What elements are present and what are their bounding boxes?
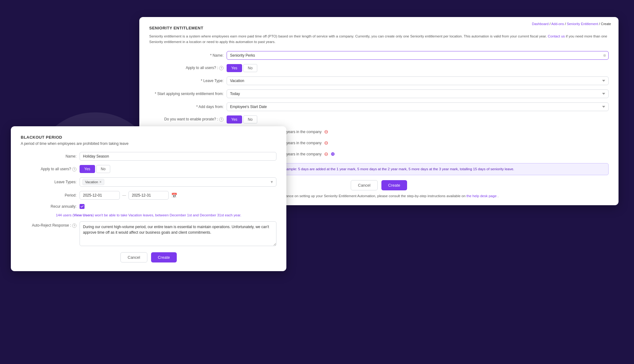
bp-apply-all-no-btn[interactable]: No: [96, 165, 110, 173]
leave-type-row: * Leave Type: Vacation Sick PTO: [149, 76, 609, 85]
blackout-create-btn[interactable]: Create: [151, 252, 177, 262]
add-days-select[interactable]: Employee's Start Date Hire Date: [227, 102, 609, 111]
apply-all-yes-btn[interactable]: Yes: [227, 64, 242, 72]
prorate-toggle: Yes No: [227, 115, 257, 124]
seniority-description: Seniority entitlement is a system where …: [149, 33, 609, 45]
bp-auto-reject-textarea[interactable]: During our current high-volume period, o…: [80, 221, 276, 246]
seniority-title: SENIORITY ENTITLEMENT: [149, 26, 609, 30]
seniority-create-btn[interactable]: Create: [381, 180, 407, 190]
bp-recur-label: Recur annually:: [21, 204, 76, 209]
bp-name-row: Name:: [21, 152, 276, 161]
rule-2-years-text: years in the company: [286, 141, 322, 145]
vacation-tag-remove[interactable]: ×: [99, 180, 102, 184]
bp-apply-all-help-icon[interactable]: ?: [72, 167, 76, 171]
name-label: * Name:: [149, 53, 224, 58]
leave-type-select-wrapper: Vacation Sick PTO: [227, 76, 609, 85]
name-row: * Name: ⊗: [149, 51, 609, 60]
bp-date-to-input[interactable]: [128, 191, 169, 200]
bp-warning-text: 144 users (View Users) won't be able to …: [21, 213, 276, 217]
apply-all-row: Apply to all users? : ? Yes No: [149, 64, 609, 72]
add-days-row: * Add days from: Employee's Start Date H…: [149, 102, 609, 111]
leave-type-label: * Leave Type:: [149, 79, 224, 83]
bp-leave-types-input[interactable]: Vacation × ▼: [80, 177, 276, 187]
apply-all-no-btn[interactable]: No: [243, 64, 257, 72]
blackout-title: BLACKOUT PERIOD: [21, 135, 276, 140]
clear-icon[interactable]: ⊗: [603, 53, 606, 58]
help-desk-link[interactable]: the help desk page: [467, 194, 497, 198]
breadcrumb: Dashboard / Add-ons / Seniority Entitlem…: [532, 22, 611, 26]
view-users-link[interactable]: View Users: [74, 213, 93, 217]
bp-auto-reject-row: Auto-Reject Response : ? During our curr…: [21, 221, 276, 246]
bp-date-from-input[interactable]: [80, 191, 120, 200]
bp-apply-all-row: Apply to all users? ? Yes No: [21, 165, 276, 173]
rule-add-btn[interactable]: ⊕: [331, 152, 335, 157]
start-applying-select-wrapper: Today Fiscal Year Start: [227, 89, 609, 98]
leave-type-select[interactable]: Vacation Sick PTO: [227, 76, 609, 85]
bp-leave-types-label: Leave Types:: [21, 180, 76, 184]
apply-all-label: Apply to all users? : ?: [149, 66, 224, 70]
add-days-label: * Add days from:: [149, 105, 224, 109]
bp-date-range: — 📅: [80, 191, 276, 200]
bp-auto-reject-help-icon[interactable]: ?: [72, 223, 76, 228]
prorate-help-icon[interactable]: ?: [219, 117, 224, 122]
name-input-wrapper: ⊗: [227, 51, 609, 60]
vacation-tag: Vacation ×: [82, 179, 104, 185]
calendar-icon[interactable]: 📅: [171, 193, 177, 198]
bp-recur-checkbox[interactable]: [80, 204, 85, 209]
prorate-yes-btn[interactable]: Yes: [227, 115, 242, 124]
rule-1-remove-btn[interactable]: ⊖: [324, 129, 328, 134]
rule-3-years-text: years in the company: [286, 152, 322, 156]
bp-apply-all-yes-btn[interactable]: Yes: [80, 165, 95, 173]
bp-auto-reject-label: Auto-Reject Response : ?: [21, 221, 76, 228]
start-applying-label: * Start applying seniority entitlement f…: [149, 92, 224, 96]
start-applying-select[interactable]: Today Fiscal Year Start: [227, 89, 609, 98]
apply-all-help-icon[interactable]: ?: [219, 66, 224, 70]
prorate-no-btn[interactable]: No: [243, 115, 257, 124]
seniority-cancel-btn[interactable]: Cancel: [351, 180, 377, 190]
apply-all-toggle: Yes No: [227, 64, 257, 72]
bp-period-label: Period:: [21, 193, 76, 197]
breadcrumb-dashboard[interactable]: Dashboard: [532, 22, 549, 26]
bp-apply-all-label: Apply to all users? ?: [21, 167, 76, 171]
blackout-card: BLACKOUT PERIOD A period of time when em…: [11, 126, 286, 271]
leave-types-dropdown-icon[interactable]: ▼: [270, 180, 274, 184]
rule-1-years-text: years in the company: [286, 130, 322, 134]
start-applying-row: * Start applying seniority entitlement f…: [149, 89, 609, 98]
blackout-description: A period of time when employees are proh…: [21, 141, 276, 146]
prorate-row: Do you want to enable prorate? : ? Yes N…: [149, 115, 609, 124]
bp-leave-types-row: Leave Types: Vacation × ▼: [21, 177, 276, 187]
rule-3-remove-btn[interactable]: ⊖: [324, 152, 328, 157]
bp-period-row: Period: — 📅: [21, 191, 276, 200]
bp-name-input[interactable]: [80, 152, 276, 161]
date-separator: —: [122, 193, 126, 197]
breadcrumb-seniority[interactable]: Seniority Entitlement: [567, 22, 598, 26]
breadcrumb-addons[interactable]: Add-ons: [551, 22, 564, 26]
add-days-select-wrapper: Employee's Start Date Hire Date: [227, 102, 609, 111]
name-input[interactable]: [227, 51, 609, 60]
bp-recur-row: Recur annually:: [21, 204, 276, 209]
breadcrumb-create: Create: [601, 22, 611, 26]
bp-name-label: Name:: [21, 154, 76, 158]
contact-link[interactable]: Contact us: [548, 34, 565, 38]
prorate-label: Do you want to enable prorate? : ?: [149, 117, 224, 122]
bp-apply-all-toggle: Yes No: [80, 165, 110, 173]
blackout-cancel-btn[interactable]: Cancel: [120, 252, 147, 262]
blackout-card-actions: Cancel Create: [21, 252, 276, 262]
rule-2-remove-btn[interactable]: ⊖: [324, 141, 328, 145]
